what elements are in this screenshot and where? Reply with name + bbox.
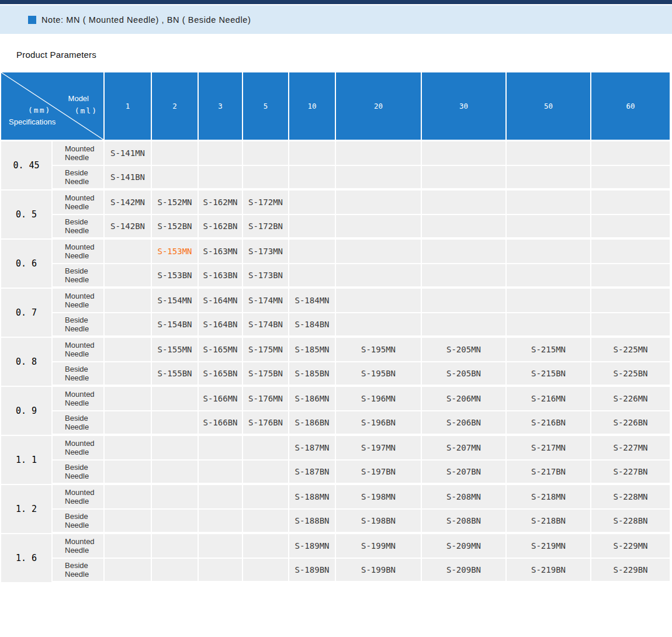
model-cell: S-172BN <box>243 215 289 240</box>
spec-label: 0. 8 <box>1 338 53 387</box>
model-cell: S-187MN <box>289 436 336 461</box>
empty-cell <box>243 436 289 461</box>
model-cell: S-188BN <box>289 510 336 534</box>
empty-cell <box>243 534 289 559</box>
model-cell: S-219BN <box>507 559 591 583</box>
column-header-3ml: 3 <box>199 72 243 141</box>
model-cell: S-184MN <box>289 289 336 313</box>
beside-needle-label: BesideNeedle <box>53 411 105 436</box>
model-cell: S-162BN <box>199 215 243 240</box>
model-cell: S-226BN <box>591 411 671 436</box>
empty-cell <box>105 362 152 387</box>
empty-cell <box>152 485 199 510</box>
model-cell: S-225BN <box>591 362 671 387</box>
empty-cell <box>336 240 422 264</box>
column-header-60ml: 60 <box>591 72 671 141</box>
spec-label: 1. 1 <box>1 436 53 485</box>
top-navy-bar <box>0 0 672 4</box>
model-cell: S-175BN <box>243 362 289 387</box>
model-cell: S-216MN <box>507 387 591 411</box>
model-cell: S-175MN <box>243 338 289 362</box>
model-cell: S-166MN <box>199 387 243 411</box>
column-header-2ml: 2 <box>152 72 199 141</box>
model-cell: S-218BN <box>507 510 591 534</box>
model-cell: S-205MN <box>422 338 507 362</box>
empty-cell <box>105 559 152 583</box>
model-cell: S-229BN <box>591 559 671 583</box>
empty-cell <box>152 461 199 485</box>
model-cell: S-195MN <box>336 338 422 362</box>
model-cell: S-188MN <box>289 485 336 510</box>
model-cell: S-141MN <box>105 141 152 166</box>
table-row: BesideNeedleS-141BN <box>1 166 671 191</box>
note-banner: Note: MN ( Mounted Needle) , BN ( Beside… <box>0 5 672 34</box>
model-cell: S-185BN <box>289 362 336 387</box>
empty-cell <box>152 411 199 436</box>
model-cell: S-154MN <box>152 289 199 313</box>
spec-label: 1. 2 <box>1 485 53 534</box>
empty-cell <box>507 215 591 240</box>
empty-cell <box>243 141 289 166</box>
model-cell: S-162MN <box>199 191 243 215</box>
empty-cell <box>289 215 336 240</box>
spec-label: 0. 7 <box>1 289 53 338</box>
model-cell: S-217BN <box>507 461 591 485</box>
model-cell: S-218MN <box>507 485 591 510</box>
model-cell: S-189MN <box>289 534 336 559</box>
model-cell: S-165BN <box>199 362 243 387</box>
empty-cell <box>105 289 152 313</box>
empty-cell <box>336 191 422 215</box>
empty-cell <box>105 436 152 461</box>
model-cell: S-174MN <box>243 289 289 313</box>
empty-cell <box>243 559 289 583</box>
model-cell: S-163MN <box>199 240 243 264</box>
empty-cell <box>152 166 199 191</box>
empty-cell <box>105 313 152 338</box>
column-header-1ml: 1 <box>105 72 152 141</box>
mounted-needle-label: MountedNeedle <box>53 240 105 264</box>
column-header-5ml: 5 <box>243 72 289 141</box>
model-cell: S-176MN <box>243 387 289 411</box>
empty-cell <box>199 534 243 559</box>
table-row: 0. 5MountedNeedleS-142MNS-152MNS-162MNS-… <box>1 191 671 215</box>
model-cell: S-209MN <box>422 534 507 559</box>
empty-cell <box>199 436 243 461</box>
table-row: BesideNeedleS-142BNS-152BNS-162BNS-172BN <box>1 215 671 240</box>
column-header-20ml: 20 <box>336 72 422 141</box>
table-row: BesideNeedleS-154BNS-164BNS-174BNS-184BN <box>1 313 671 338</box>
model-cell: S-199MN <box>336 534 422 559</box>
empty-cell <box>105 264 152 289</box>
model-cell: S-197MN <box>336 436 422 461</box>
mounted-needle-label: MountedNeedle <box>53 338 105 362</box>
empty-cell <box>289 166 336 191</box>
empty-cell <box>422 191 507 215</box>
empty-cell <box>591 191 671 215</box>
empty-cell <box>507 289 591 313</box>
model-cell: S-206BN <box>422 411 507 436</box>
model-cell-highlighted[interactable]: S-153MN <box>152 240 199 264</box>
table-row: 0. 8MountedNeedleS-155MNS-165MNS-175MNS-… <box>1 338 671 362</box>
table-row: BesideNeedleS-166BNS-176BNS-186BNS-196BN… <box>1 411 671 436</box>
empty-cell <box>507 240 591 264</box>
product-parameters-table: Model (ml) (mm) Specifications 123510203… <box>1 72 671 583</box>
mounted-needle-label: MountedNeedle <box>53 289 105 313</box>
corner-specifications-label: (mm) Specifications <box>9 105 56 127</box>
empty-cell <box>199 166 243 191</box>
empty-cell <box>336 289 422 313</box>
empty-cell <box>289 264 336 289</box>
model-cell: S-208BN <box>422 510 507 534</box>
column-header-50ml: 50 <box>507 72 591 141</box>
empty-cell <box>105 387 152 411</box>
mounted-needle-label: MountedNeedle <box>53 387 105 411</box>
model-cell: S-173BN <box>243 264 289 289</box>
model-cell: S-207BN <box>422 461 507 485</box>
empty-cell <box>199 510 243 534</box>
model-cell: S-227BN <box>591 461 671 485</box>
model-cell: S-164BN <box>199 313 243 338</box>
spec-label: 0. 45 <box>1 141 53 191</box>
model-cell: S-226MN <box>591 387 671 411</box>
empty-cell <box>336 215 422 240</box>
empty-cell <box>105 461 152 485</box>
model-cell: S-197BN <box>336 461 422 485</box>
empty-cell <box>243 166 289 191</box>
